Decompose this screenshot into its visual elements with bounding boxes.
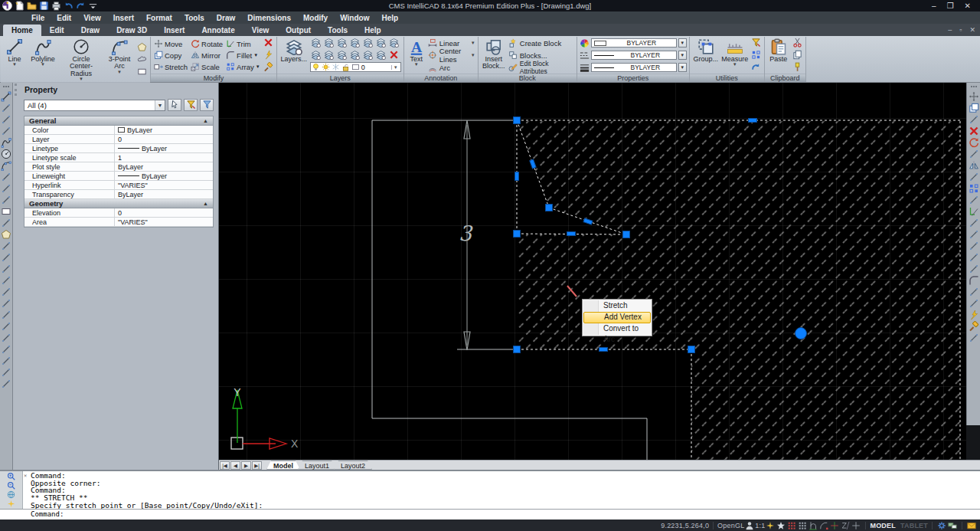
rotate-tool-button[interactable] bbox=[969, 137, 979, 148]
table-tool-tool-button[interactable] bbox=[1, 264, 11, 274]
arc-tool-button[interactable] bbox=[1, 160, 11, 171]
grid-red-toggle[interactable] bbox=[787, 521, 796, 530]
layer-prev-button[interactable] bbox=[336, 38, 348, 48]
menu-item-edit[interactable]: Edit bbox=[51, 13, 77, 23]
qat-qat-more-button[interactable] bbox=[88, 1, 98, 11]
menu-item-help[interactable]: Help bbox=[376, 13, 403, 23]
format-painter-button[interactable] bbox=[792, 62, 803, 73]
menu-item-window[interactable]: Window bbox=[335, 13, 374, 23]
cut-button[interactable] bbox=[792, 38, 803, 48]
menu-item-dimensions[interactable]: Dimensions bbox=[242, 13, 296, 23]
property-value[interactable]: 0 bbox=[115, 208, 213, 217]
grid-gray-toggle[interactable] bbox=[798, 521, 807, 530]
polyline-tool-button[interactable] bbox=[1, 137, 11, 148]
zoom-out-tool-button[interactable] bbox=[1, 344, 11, 355]
last-tab-button[interactable]: ▶| bbox=[252, 461, 262, 470]
move-tool-button[interactable] bbox=[969, 91, 979, 102]
revcloud-button[interactable] bbox=[136, 54, 148, 65]
trim-tool-button[interactable] bbox=[969, 206, 979, 217]
property-value[interactable]: ByLayer bbox=[115, 172, 213, 180]
vertex-grip[interactable] bbox=[546, 205, 553, 211]
layer-select-combo[interactable]: 0▼ bbox=[310, 62, 401, 72]
mirror-button[interactable]: Mirror bbox=[190, 50, 224, 61]
user-icon[interactable] bbox=[745, 521, 754, 530]
screens-button[interactable] bbox=[948, 521, 957, 530]
ribbon-tab-draw-3d[interactable]: Draw 3D bbox=[108, 25, 155, 36]
qat-undo-button[interactable] bbox=[64, 1, 74, 11]
mdi-minimize-button[interactable]: – bbox=[948, 26, 952, 34]
vertex-grip[interactable] bbox=[514, 231, 521, 238]
create-block-button[interactable]: Create Block bbox=[508, 38, 574, 48]
vertex-grip[interactable] bbox=[514, 117, 521, 124]
polygon-button[interactable] bbox=[136, 42, 148, 53]
array-path-tool-button[interactable] bbox=[969, 195, 979, 205]
menu-item-format[interactable]: Format bbox=[141, 13, 178, 23]
circle-tool-button[interactable] bbox=[1, 149, 11, 159]
command-window[interactable]: ✕ Command: Opposite corner: Command: ** … bbox=[0, 470, 980, 520]
chevron-down-icon[interactable]: ▼ bbox=[678, 38, 687, 48]
blocks-button[interactable]: Blocks... bbox=[508, 50, 574, 61]
tablet-toggle[interactable]: TABLET bbox=[900, 522, 928, 529]
pan-tool-button[interactable] bbox=[1, 321, 11, 332]
erase-tool-button[interactable] bbox=[969, 126, 979, 136]
qat-new-button[interactable] bbox=[15, 1, 24, 11]
text-tool-tool-button[interactable] bbox=[1, 287, 11, 297]
toolbar-grip[interactable] bbox=[3, 86, 9, 89]
match-props-tool-button[interactable] bbox=[969, 321, 979, 332]
renderer-label[interactable]: OpenGL bbox=[717, 522, 744, 529]
zoom-out-cmd-button[interactable] bbox=[7, 481, 15, 490]
erase-button[interactable] bbox=[263, 38, 274, 48]
zoom-previous-tool-button[interactable] bbox=[1, 367, 11, 378]
pick-add-button[interactable] bbox=[168, 99, 181, 111]
text-button[interactable]: AText▼ bbox=[407, 38, 426, 73]
paste-button[interactable]: Paste bbox=[767, 38, 790, 73]
layout-tab-layout1[interactable]: Layout1 bbox=[298, 461, 336, 470]
midpoint-grip[interactable] bbox=[515, 172, 519, 181]
polar-arc-toggle[interactable] bbox=[819, 521, 828, 530]
midpoint-grip[interactable] bbox=[749, 119, 757, 123]
midpoint-grip[interactable] bbox=[599, 348, 608, 352]
line-button[interactable]: Line▼ bbox=[3, 38, 26, 81]
stretch-button[interactable]: Stretch bbox=[153, 61, 188, 73]
property-value[interactable]: 0 bbox=[115, 135, 213, 143]
context-menu-item-add-vertex[interactable]: Add Vertex bbox=[583, 312, 651, 323]
mdi-close-button[interactable]: ✕ bbox=[969, 26, 975, 34]
layer-walk-button[interactable] bbox=[323, 50, 335, 61]
linetype-combo[interactable]: BYLAYER bbox=[591, 51, 677, 60]
hatch-origin-grip[interactable] bbox=[795, 328, 807, 339]
mdi-restore-button[interactable]: ▫ bbox=[959, 26, 962, 34]
hatch-region[interactable] bbox=[517, 121, 960, 461]
scale-button[interactable]: Scale bbox=[190, 61, 224, 73]
quick-select-button[interactable] bbox=[750, 38, 762, 48]
layer-freeze-button[interactable] bbox=[375, 38, 387, 48]
polygon-tool-button[interactable] bbox=[1, 229, 11, 240]
zoom-in-cmd-button[interactable] bbox=[7, 472, 15, 480]
close-button[interactable]: ✕ bbox=[965, 2, 971, 10]
ellipse-arc-tool-button[interactable] bbox=[1, 183, 11, 194]
match-props-button[interactable] bbox=[263, 62, 274, 73]
lwt-z-toggle[interactable] bbox=[841, 521, 850, 530]
ortho-h-toggle[interactable] bbox=[808, 521, 818, 530]
qat-save-button[interactable] bbox=[39, 1, 49, 11]
zoom-in-tool-button[interactable] bbox=[1, 333, 11, 343]
property-value[interactable]: "VARIES" bbox=[115, 181, 213, 189]
offset-tool-button[interactable] bbox=[969, 114, 979, 125]
group-button[interactable]: Group... bbox=[692, 38, 720, 73]
edit-block-attributes-button[interactable]: Edit Block Attributes bbox=[508, 62, 574, 73]
qat-plot-button[interactable] bbox=[51, 1, 61, 11]
layer-lock-button[interactable] bbox=[388, 38, 400, 48]
color-wheel-combo[interactable]: BYLAYER bbox=[591, 38, 677, 48]
menu-item-draw[interactable]: Draw bbox=[211, 13, 240, 23]
move-button[interactable]: Move bbox=[153, 38, 188, 50]
vertex-grip[interactable] bbox=[623, 231, 630, 238]
polyline-button[interactable]: Polyline▼ bbox=[28, 38, 58, 81]
array-button[interactable]: Array▼ bbox=[225, 61, 261, 73]
copy-button[interactable]: Copy bbox=[153, 50, 188, 61]
drawing-canvas[interactable]: 3YX StretchAdd VertexConvert to Arc bbox=[219, 83, 966, 461]
selection-filter-combo[interactable]: All (4) ▼ bbox=[24, 100, 165, 111]
circle-center-radius-button[interactable]: Circle Center-Radius▼ bbox=[60, 38, 103, 81]
layer-thaw-button[interactable] bbox=[349, 50, 361, 61]
update-field-button[interactable] bbox=[750, 62, 762, 73]
trim-button[interactable]: Trim bbox=[225, 38, 261, 50]
smart-grid-button[interactable] bbox=[750, 50, 762, 61]
